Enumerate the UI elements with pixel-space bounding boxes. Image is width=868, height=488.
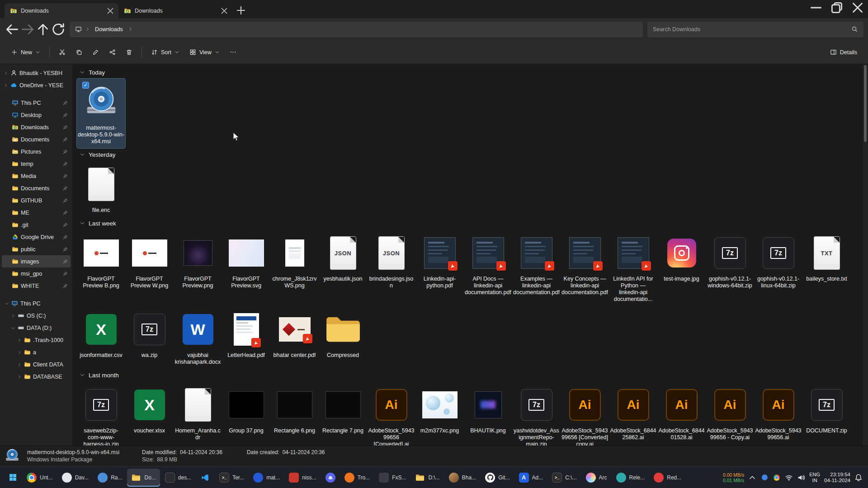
chevron-right-icon[interactable] [17,375,22,379]
refresh-button[interactable] [51,22,66,37]
group-header-yesterday[interactable]: Yesterday [77,148,863,161]
taskbar-app-tro[interactable]: Tro... [340,469,374,487]
tray-app-icon[interactable] [760,474,769,482]
breadcrumb-downloads[interactable]: Downloads [93,25,125,33]
notification-bell-icon[interactable] [854,474,863,482]
taskbar-app-git[interactable]: Git... [481,469,514,487]
file-yesbhautik-json[interactable]: JSONyesbhautik.json [319,230,367,286]
search-input[interactable] [653,26,848,33]
taskbar-app-discord[interactable] [321,469,340,487]
close-button[interactable] [847,0,868,15]
sidebar-item-github[interactable]: GITHUB [2,194,71,206]
scrollbar-thumb[interactable] [864,65,867,142]
file-group-37-png[interactable]: Group 37.png [222,381,270,437]
file-adobestock-594399656-converted-copy-ai[interactable]: AiAdobeStock_594399656 [Converted] copy.… [561,381,609,446]
file-adobestock-594399656-ai[interactable]: AiAdobeStock_594399656.ai [754,381,802,444]
file-wa-zip[interactable]: 7zwa.zip [125,306,174,362]
file-voucher-xlsx[interactable]: Xvoucher.xlsx [125,381,174,437]
sidebar-item-git[interactable]: .git [2,219,71,231]
tab-close-icon[interactable] [106,6,115,15]
chevron-right-icon[interactable] [17,338,22,343]
sort-button[interactable]: Sort [146,44,184,61]
chevron-right-icon[interactable] [11,314,15,318]
search-box[interactable] [647,22,863,37]
file-vajubhai-krishanapark-docx[interactable]: Wvajubhai krishanapark.docx [174,306,222,369]
sidebar-item-pictures[interactable]: Pictures [2,145,71,158]
taskbar-app-fxs[interactable]: FxS... [375,469,410,487]
new-tab-button[interactable] [235,5,247,16]
sidebar-item-media[interactable]: Media [2,170,71,182]
sidebar-item-temp[interactable]: temp [2,158,71,170]
taskbar-app-ad[interactable]: AAd... [515,469,547,487]
file-file-enc[interactable]: file.enc [77,161,125,217]
up-button[interactable] [35,22,51,37]
group-header-today[interactable]: Today [77,66,863,79]
maximize-button[interactable] [826,0,847,15]
sidebar-item-images[interactable]: images [2,255,71,267]
file-baileys-store-txt[interactable]: TXTbaileys_store.txt [802,230,851,286]
chevron-down-icon[interactable] [5,301,9,306]
file-bhautik-png[interactable]: BHAUTIK.png [464,381,512,437]
file-linkedin-api-python-pdf[interactable]: Linkedin-api-python.pdf [415,230,464,292]
group-header-last-month[interactable]: Last month [77,369,863,381]
file-gophish-v0-12-1-windows-64bit-zip[interactable]: 7zgophish-v0.12.1-windows-64bit.zip [706,230,754,292]
chevron-right-icon[interactable] [4,83,8,88]
sidebar-item-downloads[interactable]: Downloads [2,121,71,133]
sidebar-item-client-data[interactable]: Client DATA [2,358,71,371]
taskbar-app-c[interactable]: >_C:\... [548,469,580,487]
taskbar-app-ter[interactable]: >_Ter... [215,469,248,487]
file-adobestock-594399656-copy-ai[interactable]: AiAdobeStock_594399656 - Copy.ai [706,381,754,444]
file-key-concepts-linkedin-api-documentation-pdf[interactable]: Key Concepts — linkedin-api documentatio… [561,230,609,299]
taskbar-app-do[interactable]: Do... [127,469,160,487]
file-m2m377xc-png[interactable]: m2m377xc.png [415,381,464,437]
delete-button[interactable] [121,44,137,61]
back-button[interactable] [5,22,20,37]
sidebar-item-this-pc[interactable]: This PC [2,297,71,310]
file-gophish-v0-12-1-linux-64bit-zip[interactable]: 7zgophish-v0.12.1-linux-64bit.zip [754,230,802,292]
taskbar-app-rele[interactable]: Rele... [612,469,649,487]
taskbar-app-red[interactable]: Red... [650,469,685,487]
sidebar-item-desktop[interactable]: Desktop [2,109,71,121]
hidden-icons-chevron-icon[interactable] [748,474,756,482]
file-letterhead-pdf[interactable]: LetterHead.pdf [222,306,270,362]
scrollbar[interactable] [863,64,868,446]
details-button[interactable]: Details [826,44,862,61]
cut-button[interactable] [54,44,70,61]
taskbar-app-unt[interactable]: Unt... [23,469,57,487]
taskbar-app-mat[interactable]: mat... [249,469,284,487]
file-rectangle-6-png[interactable]: Rectangle 6.png [270,381,319,437]
sidebar-item-documents[interactable]: Documents [2,133,71,145]
sidebar-item-public[interactable]: public [2,243,71,255]
file-examples-linkedin-api-documentation-pdf[interactable]: Examples — linkedin-api documentation.pd… [512,230,561,299]
more-options-button[interactable] [225,44,241,61]
selection-checkbox[interactable]: ✓ [82,82,89,89]
file-adobestock-594399656-converted-ai[interactable]: AiAdobeStock_594399656 [Converted].ai [367,381,415,446]
taskbar-app-des[interactable]: des... [161,469,195,487]
taskbar-app-vscode[interactable] [196,469,214,487]
volume-icon[interactable] [797,474,805,482]
chevron-right-icon[interactable] [4,71,8,75]
taskbar-app-niss[interactable]: niss... [285,469,320,487]
wifi-icon[interactable] [785,474,793,482]
file-flavorgpt-preview-svg[interactable]: FlavorGPT Preview.svg [222,230,270,292]
sidebar-item-me[interactable]: ME [2,206,71,219]
chevron-right-icon[interactable] [17,350,22,355]
taskbar-app-dav[interactable]: Dav... [58,469,93,487]
file-homem-aranha-cdr[interactable]: Homem_Aranha.cdr [174,381,222,444]
file-document-zip[interactable]: 7zDOCUMENT.zip [802,381,851,437]
tab-close-icon[interactable] [220,6,229,15]
sidebar-item-data-d[interactable]: DATA (D:) [2,322,71,334]
file-flavorgpt-preview-b-png[interactable]: FlavorGPT Preview B.png [77,230,125,292]
sidebar-item-trash-1000[interactable]: .Trash-1000 [2,334,71,346]
share-button[interactable] [104,44,120,61]
file-saveweb2zip-com-www-harness-io-zip[interactable]: 7zsaveweb2zip-com-www-harness-io.zip [77,381,125,446]
file-adobestock-684401528-ai[interactable]: AiAdobeStock_684401528.ai [657,381,706,444]
sidebar-item-bhautik-yesbh[interactable]: Bhautik - YESBH [2,67,71,79]
chevron-down-icon[interactable] [11,326,15,330]
rename-button[interactable] [88,44,104,61]
file-test-image-jpg[interactable]: test-image.jpg [657,230,706,286]
taskbar-app-bha[interactable]: Bha... [445,469,480,487]
taskbar-app-d[interactable]: D:\... [411,469,443,487]
file-adobestock-684425862-ai[interactable]: AiAdobeStock_684425862.ai [609,381,657,444]
view-button[interactable]: View [185,44,224,61]
